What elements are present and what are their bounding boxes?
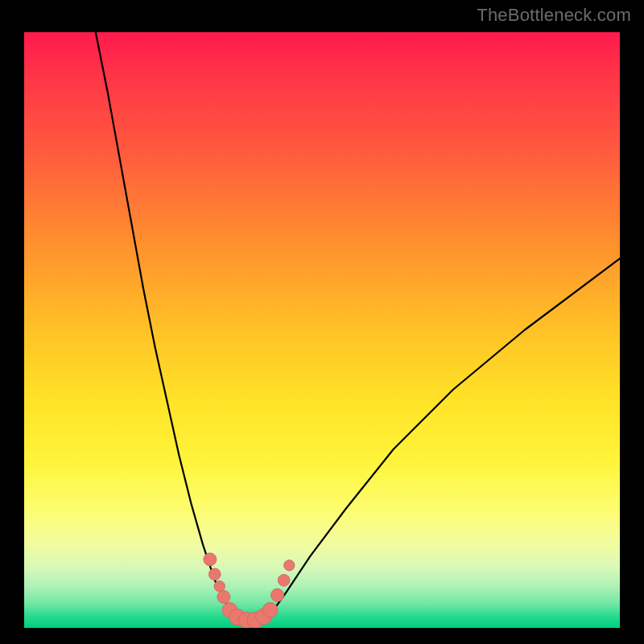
curve-marker (208, 568, 221, 580)
curve-marker (278, 574, 290, 586)
bottleneck-curve (96, 32, 620, 622)
plot-area (24, 32, 620, 628)
watermark-text: TheBottleneck.com (477, 5, 631, 26)
curve-markers (204, 553, 295, 628)
curve-marker (217, 591, 230, 604)
curve-marker (271, 588, 284, 601)
curve-marker (284, 560, 295, 571)
chart-svg (24, 32, 620, 628)
curve-marker (204, 553, 217, 566)
curve-marker (262, 602, 278, 617)
curve-marker (214, 581, 225, 592)
chart-frame: TheBottleneck.com (0, 0, 644, 644)
